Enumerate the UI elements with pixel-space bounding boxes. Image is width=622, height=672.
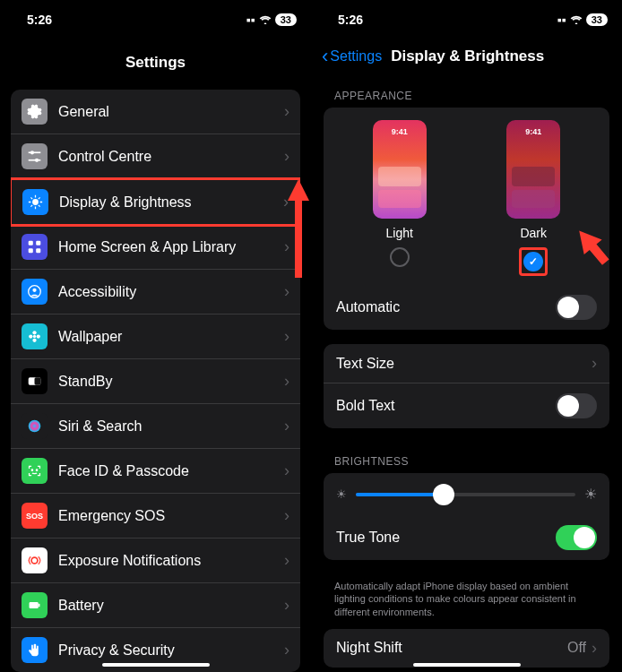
settings-row-display-brightness[interactable]: Display & Brightness› [11, 177, 300, 227]
settings-row-standby[interactable]: StandBy› [11, 359, 300, 404]
true-tone-toggle[interactable] [556, 525, 597, 550]
chevron-right-icon: › [284, 461, 289, 480]
brightness-slider-row: ☀︎ ☀︎ [324, 473, 609, 515]
SOS-icon: SOS [22, 503, 48, 529]
row-label: Wallpaper [58, 329, 284, 345]
home-indicator [413, 663, 521, 667]
light-preview: 9:41 [373, 120, 427, 219]
chevron-right-icon: › [284, 102, 289, 121]
bold-text-row: Bold Text [324, 383, 609, 428]
row-label: Privacy & Security [58, 642, 284, 659]
battery-icon: 33 [586, 13, 608, 26]
hand-icon [22, 637, 48, 663]
brightness-icon [22, 189, 48, 215]
svg-point-22 [29, 334, 32, 338]
light-label: Light [386, 226, 413, 240]
settings-row-face-id-passcode[interactable]: Face ID & Passcode› [11, 449, 300, 494]
battery-icon [22, 592, 48, 618]
row-label: StandBy [58, 374, 284, 390]
row-label: Emergency SOS [58, 508, 284, 524]
status-bar: 5:26 ▪▪ 33 [311, 0, 622, 36]
settings-row-control-centre[interactable]: Control Centre› [11, 134, 300, 179]
bold-text-toggle[interactable] [556, 393, 597, 418]
appearance-card: 9:41 Light 9:41 Dark Automatic [324, 108, 609, 330]
row-label: Accessibility [58, 284, 284, 300]
sliders-icon [22, 143, 48, 169]
night-shift-value: Off [567, 640, 586, 656]
row-label: Battery [58, 598, 284, 614]
chevron-right-icon: › [284, 372, 289, 391]
settings-row-wallpaper[interactable]: Wallpaper› [11, 314, 300, 359]
svg-rect-32 [39, 604, 40, 607]
dark-radio[interactable] [523, 252, 543, 271]
row-label: Display & Brightness [59, 194, 283, 211]
signal-icon: ▪▪ [557, 13, 566, 27]
svg-point-27 [31, 470, 32, 470]
automatic-row: Automatic [324, 285, 609, 330]
night-shift-label: Night Shift [336, 640, 567, 656]
svg-point-23 [37, 334, 40, 338]
svg-rect-14 [36, 241, 40, 246]
sun-small-icon: ☀︎ [336, 487, 347, 501]
settings-list: General›Control Centre›Display & Brightn… [11, 90, 300, 672]
chevron-right-icon: › [592, 354, 597, 373]
signal-icon: ▪▪ [246, 13, 255, 27]
settings-row-home-screen-app-library[interactable]: Home Screen & App Library› [11, 225, 300, 270]
settings-row-emergency-sos[interactable]: SOSEmergency SOS› [11, 494, 300, 538]
appearance-dark-option[interactable]: 9:41 Dark [506, 120, 560, 276]
svg-rect-2 [29, 159, 41, 161]
row-label: Exposure Notifications [58, 553, 284, 569]
annotation-arrow-icon [568, 222, 617, 271]
svg-line-10 [39, 205, 40, 207]
appearance-light-option[interactable]: 9:41 Light [373, 120, 427, 276]
text-size-row[interactable]: Text Size › [324, 344, 609, 383]
svg-point-30 [32, 558, 37, 563]
back-button[interactable]: ‹ Settings [322, 45, 382, 68]
settings-row-battery[interactable]: Battery› [11, 583, 300, 628]
dark-preview: 9:41 [506, 120, 560, 219]
svg-rect-25 [35, 377, 41, 385]
home-indicator [102, 663, 210, 667]
settings-row-general[interactable]: General› [11, 90, 300, 134]
status-right: ▪▪ 33 [246, 13, 297, 27]
svg-point-28 [36, 470, 37, 470]
svg-rect-0 [29, 151, 41, 153]
svg-line-11 [30, 205, 32, 207]
page-title: Display & Brightness [382, 47, 611, 65]
person-icon [22, 279, 48, 305]
settings-row-exposure-notifications[interactable]: Exposure Notifications› [11, 538, 300, 583]
night-shift-row[interactable]: Night Shift Off › [324, 629, 609, 668]
text-size-label: Text Size [336, 356, 592, 372]
svg-point-19 [33, 335, 36, 338]
light-radio[interactable] [390, 247, 410, 267]
page-title: Settings [0, 36, 311, 81]
appearance-chooser: 9:41 Light 9:41 Dark [324, 108, 609, 285]
chevron-right-icon: › [284, 327, 289, 346]
status-bar: 5:26 ▪▪ 33 [0, 0, 311, 36]
nav-bar: ‹ Settings Display & Brightness [311, 36, 622, 77]
chevron-right-icon: › [284, 641, 289, 659]
automatic-label: Automatic [336, 299, 556, 315]
chevron-right-icon: › [284, 417, 289, 435]
grid-icon [22, 234, 48, 260]
true-tone-label: True Tone [336, 530, 556, 546]
settings-row-siri-search[interactable]: Siri & Search› [11, 404, 300, 449]
chevron-right-icon: › [284, 596, 289, 615]
chevron-right-icon: › [284, 282, 289, 301]
svg-rect-15 [29, 248, 33, 253]
svg-point-20 [32, 331, 36, 334]
battery-icon: 33 [275, 13, 297, 26]
settings-root-screen: 5:26 ▪▪ 33 Settings General›Control Cent… [0, 0, 311, 672]
settings-row-accessibility[interactable]: Accessibility› [11, 270, 300, 314]
annotation-arrow-icon [282, 179, 311, 278]
chevron-right-icon: › [284, 147, 289, 166]
svg-rect-13 [29, 241, 33, 246]
status-time: 5:26 [338, 13, 363, 27]
wifi-icon [259, 13, 272, 27]
automatic-toggle[interactable] [556, 295, 597, 320]
chevron-right-icon: › [284, 551, 289, 570]
status-time: 5:26 [27, 13, 52, 27]
brightness-slider[interactable] [356, 493, 575, 496]
dark-radio-highlight [519, 247, 548, 276]
svg-line-12 [39, 197, 40, 199]
